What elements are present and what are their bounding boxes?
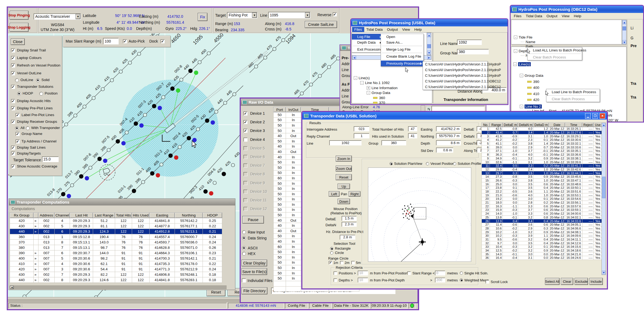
device-checkbox[interactable] [243,190,247,194]
scroll-lock-checkbox[interactable] [486,280,489,284]
table-row[interactable]: 1032.6-1.13.11.020-Mar-1216:33:39.6----Y… [482,160,602,164]
positions-checkbox[interactable] [334,271,337,275]
table-row[interactable]: 3514.0-0.13.00.020-Mar-1216:34:21.6----Y… [482,252,602,256]
recent-file-item[interactable]: C:\Users\All Users\HydroPos\Version 2.1.… [423,84,487,90]
table-row[interactable]: 420»007309:20:30.654.49191414771.3557621… [10,267,222,272]
recent-file-item[interactable]: C:\Users\All Users\HydroPos\Version 2.1.… [423,78,487,84]
option-checkbox[interactable]: ✓ [11,106,15,110]
dock-checkbox[interactable]: ✓ [161,39,165,43]
hex-radio[interactable] [242,252,246,256]
table-row[interactable]: 2513.8-0.13.20.820-Mar-1216:34:02.1----Y… [482,215,602,219]
left-button[interactable]: Left [329,191,339,197]
maxslant-input[interactable]: 100 [103,38,119,44]
menu-item[interactable]: Files [352,27,364,32]
table-row[interactable]: 1526.6-0.33.81.020-Mar-1216:33:47.1----Y… [482,179,602,182]
depths-checkbox[interactable] [334,278,337,282]
tnh-value[interactable]: 47 [408,126,417,131]
menu-item[interactable]: Clear Batch Process [546,96,600,102]
hus-value[interactable]: 41 [408,133,417,138]
obc12-menubar[interactable]: FilesTidal DataOutputViewHelp [511,13,643,19]
recent-file-item[interactable]: C:\Users\All Users\HydroPos\Version 2.1.… [423,67,487,73]
logfile-menu[interactable]: OpenSave As...Merge Log FileCreate Blank… [381,34,424,67]
solution-profile-radio[interactable] [453,162,456,165]
table-row[interactable]: 1132.40.53.30.220-Mar-1216:33:41.1----Ye… [482,164,602,168]
table-row[interactable]: 3310.4-0.33.20.120-Mar-1216:34:15.6----Y… [482,245,602,249]
close-button[interactable]: Close [11,39,25,45]
computations-table[interactable]: Rx GroupAddressChannelLast HitLast Range… [10,212,222,283]
table-row[interactable]: 3412.5-0.23.20.920-Mar-1216:34:18.6----Y… [482,249,602,252]
computations-menu[interactable]: Computations [12,207,35,211]
reset-view-button[interactable]: Reset [336,174,352,180]
menu-item[interactable]: View [560,13,572,19]
table-row[interactable]: 440»002609:20:29.3124.3122122414912.8557… [10,229,222,234]
device-checkbox[interactable] [243,163,247,168]
table-row[interactable]: 329.70.03.50.420-Mar-1216:34:12.6----Yes [482,241,602,245]
device-checkbox[interactable]: ✓ [243,111,247,116]
file-directory-button[interactable]: File Directory [242,287,267,294]
tree-item[interactable]: -Group Data [367,90,390,95]
table-row[interactable]: 1625.00.03.50.620-Mar-1216:33:48.6----Ye… [482,182,602,186]
single-hit-radio[interactable] [460,271,463,275]
option-radio[interactable] [36,78,40,82]
option-radio[interactable] [15,126,19,130]
usbl-menubar[interactable]: FilesTidal DataOutputViewHelp [351,26,508,32]
exclude-button[interactable]: Exclude [575,278,588,285]
autopick-checkbox[interactable]: ✓ [123,39,127,43]
option-radio[interactable] [15,78,19,82]
option-checkbox[interactable]: ✓ [16,139,20,144]
line-value[interactable]: 1092 [329,140,362,145]
paths-menu[interactable]: C:\Users\All Users\HydroPos\Version 2.1.… [423,61,488,90]
table-row[interactable]: 2019.20.03.00.120-Mar-1216:33:54.6----Ye… [482,197,602,201]
clear-display-button[interactable]: Clear Display [242,260,267,266]
tree-item[interactable]: 420 [527,97,539,102]
option-checkbox[interactable]: ✓ [11,120,15,124]
obc-context-menu-1[interactable]: Load ALL Lines to Batch ProcessClear Bat… [527,47,582,60]
table-row[interactable]: 243.40.73.41.420-Mar-1216:33:27.6----Yes [482,131,602,134]
table-row[interactable]: 319.5-0.63.20.420-Mar-1216:34:11.1----Ye… [482,238,602,241]
table-row[interactable]: 370013809:15:13.1143.07676414593.7557603… [10,240,222,245]
device-checkbox[interactable] [243,207,247,211]
tc-hscrollbar[interactable]: ◄ [10,285,227,289]
target-dropdown-icon[interactable]: ▼ [252,13,257,18]
menu-item[interactable]: Depth Data▶ [352,40,383,45]
menu-item[interactable]: Exit Processing [352,47,383,52]
device-checkbox[interactable] [243,146,247,150]
table-row[interactable]: 380013709:15:13.198.77676414628.85576071… [10,245,222,250]
option-checkbox[interactable]: ✓ [11,85,15,89]
menu-item[interactable]: Output [544,13,560,19]
option-radio[interactable] [17,92,21,96]
right-button[interactable]: Right [349,191,360,197]
slant-checkbox[interactable] [407,271,411,275]
tree-item[interactable]: -Tide File [514,35,532,40]
tree-item[interactable]: 410 [527,91,539,96]
table-row[interactable]: 737.1-1.03.7-0.120-Mar-1216:33:35.1----Y… [482,149,602,153]
close-button-sol[interactable]: ✕ [600,113,605,119]
menu-item[interactable]: Previously Processed Files▶ [381,61,423,66]
table-row[interactable]: 1822.2-0.53.61.120-Mar-1216:33:51.6----Y… [482,190,602,193]
table-row[interactable]: 441.2-0.22.30.120-Mar-1216:33:30.6----Ye… [482,138,602,142]
range-5m-checkbox[interactable] [351,261,355,264]
table-row[interactable]: 1723.80.13.50.420-Mar-1216:33:50.1----Ye… [482,186,602,190]
weighted-mean-radio[interactable] [460,278,463,282]
tree-item[interactable]: -Group Data [520,73,543,78]
menu-item[interactable]: Save As... [381,40,423,45]
recent-file-item[interactable]: C:\Users\All Users\HydroPos\Version 2.1.… [423,61,487,67]
option-checkbox[interactable]: ✓ [11,146,15,150]
table-row[interactable]: 390»007609:20:30.7144.09191414664.355761… [10,250,222,256]
pause-button[interactable]: Pause [242,216,264,224]
tree-item[interactable]: -Line(s) [354,75,370,80]
transceiver-select[interactable]: Acoustic Transceiver [34,13,81,20]
menu-item[interactable]: Log File▶ [352,34,383,40]
obc-vscroll[interactable]: ▲ ▼ [622,20,627,44]
menu-item[interactable]: Create Blank Log File [381,54,423,59]
menu-item[interactable]: Merge Log File [381,47,423,52]
up-button[interactable]: Up [338,184,350,189]
device-checkbox[interactable] [243,181,247,185]
maximize-button[interactable]: ❐ [592,113,598,119]
metres-value[interactable]: 200 [435,278,445,282]
tree-item[interactable]: +Line Information [367,85,398,90]
group-name-value[interactable]: 380 [457,49,489,54]
obc-context-menu-2[interactable]: Load Line to Batch ProcessClear Batch Pr… [546,89,600,102]
table-row[interactable]: 1229.9-0.42.41.020-Mar-1216:33:42.6----Y… [482,168,602,171]
table-row[interactable]: 639.00.02.90.720-Mar-1216:33:33.6----Yes [482,145,602,149]
